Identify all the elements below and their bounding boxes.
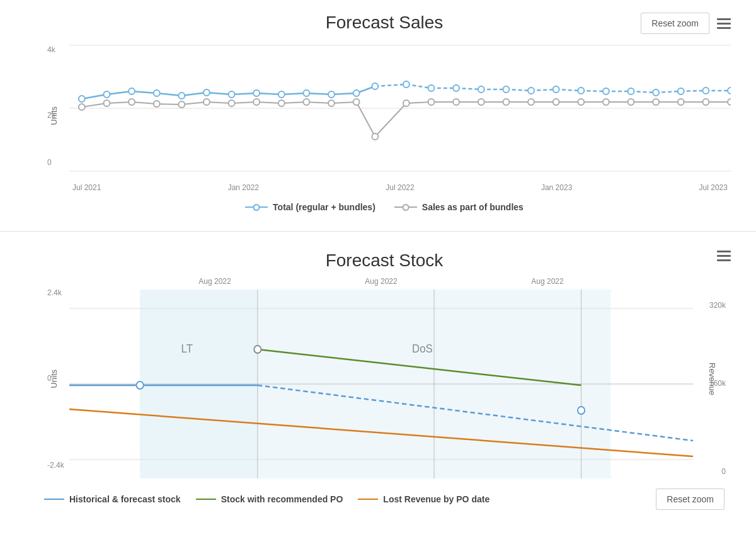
stock-chart-svg: LT DoS [69, 290, 693, 478]
legend-total: Total (regular + bundles) [245, 202, 375, 212]
svg-point-53 [653, 99, 659, 105]
stock-x-aug2022-1: Aug 2022 [198, 277, 231, 286]
legend-hist-stock: Historical & forecast stock [44, 494, 181, 504]
svg-point-15 [372, 83, 378, 89]
svg-point-50 [578, 99, 584, 105]
x-tick-jul2021: Jul 2021 [72, 183, 101, 192]
svg-point-26 [653, 89, 659, 96]
forecast-sales-title: Forecast Sales [38, 13, 731, 33]
x-tick-jul2023: Jul 2023 [699, 183, 728, 192]
svg-point-10 [253, 90, 260, 96]
svg-point-4 [103, 91, 110, 98]
svg-point-3 [79, 96, 85, 102]
svg-point-20 [503, 86, 509, 93]
svg-point-41 [353, 99, 360, 105]
svg-point-29 [728, 88, 731, 94]
sales-chart-svg [69, 39, 731, 184]
forecast-stock-chart-area: Units 2.4k 0 -2.4k Aug 2022 Aug 2022 Aug… [38, 277, 731, 481]
svg-point-52 [628, 99, 634, 105]
menu-icon-stock[interactable] [717, 251, 731, 261]
svg-point-54 [678, 99, 684, 105]
stock-y-tick-2400: 2.4k [47, 288, 62, 297]
svg-point-9 [229, 91, 235, 98]
x-tick-jul2022: Jul 2022 [386, 183, 414, 192]
svg-point-39 [303, 99, 309, 105]
svg-point-32 [129, 99, 135, 105]
reset-zoom-button-stock[interactable]: Reset zoom [656, 488, 724, 510]
stock-legend: Historical & forecast stock Stock with r… [44, 494, 490, 504]
svg-point-73 [254, 346, 261, 353]
forecast-stock-section: Forecast Stock Units 2.4k 0 -2.4k Aug 20… [0, 238, 756, 522]
svg-point-30 [79, 104, 85, 110]
y-tick-2k: 2k [47, 111, 55, 120]
svg-point-71 [136, 381, 143, 389]
svg-point-46 [478, 99, 484, 105]
svg-point-27 [678, 88, 684, 94]
svg-text:LT: LT [181, 342, 193, 355]
stock-y-tick-0: 0 [47, 374, 52, 383]
legend-lost-rev-label: Lost Revenue by PO date [383, 494, 490, 504]
svg-point-23 [578, 88, 584, 94]
svg-text:DoS: DoS [412, 342, 433, 355]
svg-point-38 [278, 100, 285, 106]
svg-point-44 [428, 99, 435, 105]
y-tick-0-sales: 0 [47, 158, 52, 167]
sales-legend: Total (regular + bundles) Sales as part … [38, 202, 731, 212]
svg-point-11 [278, 91, 285, 98]
svg-point-19 [478, 86, 484, 93]
legend-rec-po-label: Stock with recommended PO [221, 494, 343, 504]
stock-y-right-tick-160k: 160k [709, 379, 726, 388]
svg-point-42 [372, 133, 378, 140]
svg-point-48 [528, 99, 534, 105]
svg-point-55 [702, 99, 709, 105]
svg-point-47 [503, 99, 509, 105]
svg-point-14 [353, 90, 360, 96]
svg-point-45 [453, 99, 459, 105]
svg-point-34 [178, 101, 185, 108]
svg-point-24 [603, 88, 609, 94]
svg-point-6 [154, 90, 160, 96]
forecast-sales-chart-area: Units 4k 2k 0 [38, 39, 731, 192]
menu-icon-sales[interactable] [717, 18, 731, 29]
stock-x-aug2022-3: Aug 2022 [531, 277, 563, 286]
forecast-stock-title: Forecast Stock [38, 251, 731, 271]
legend-bundles: Sales as part of bundles [394, 202, 524, 212]
svg-point-8 [203, 89, 210, 96]
stock-legend-row: Historical & forecast stock Stock with r… [38, 488, 731, 510]
stock-y-right-tick-320k: 320k [709, 301, 726, 310]
legend-bundles-label: Sales as part of bundles [422, 202, 524, 212]
legend-total-label: Total (regular + bundles) [273, 202, 375, 212]
forecast-sales-controls: Reset zoom [641, 13, 731, 34]
svg-point-72 [578, 407, 585, 414]
svg-point-7 [178, 93, 185, 99]
svg-point-13 [328, 91, 335, 98]
svg-point-49 [553, 99, 559, 105]
svg-point-16 [403, 81, 410, 88]
x-tick-jan2022: Jan 2022 [228, 183, 259, 192]
svg-point-21 [528, 88, 534, 94]
svg-point-18 [453, 85, 459, 91]
svg-point-33 [154, 101, 160, 107]
svg-point-56 [728, 99, 731, 105]
forecast-stock-menu [717, 251, 731, 261]
reset-zoom-button-sales[interactable]: Reset zoom [641, 13, 709, 34]
svg-point-40 [328, 100, 335, 106]
legend-lost-rev: Lost Revenue by PO date [358, 494, 490, 504]
legend-rec-po: Stock with recommended PO [196, 494, 343, 504]
svg-point-36 [229, 100, 235, 106]
stock-y-tick-neg2400: -2.4k [47, 461, 64, 470]
forecast-sales-section: Forecast Sales Reset zoom Units 4k 2k 0 [0, 0, 756, 225]
svg-point-22 [553, 86, 559, 93]
svg-point-31 [103, 100, 110, 106]
legend-hist-stock-label: Historical & forecast stock [69, 494, 181, 504]
svg-point-35 [203, 99, 210, 105]
svg-point-12 [303, 90, 309, 96]
x-tick-jan2023: Jan 2023 [541, 183, 572, 192]
svg-point-37 [253, 99, 260, 105]
svg-point-28 [702, 88, 709, 94]
svg-point-43 [403, 100, 410, 106]
stock-y-right-tick-0: 0 [721, 467, 726, 476]
stock-x-aug2022-2: Aug 2022 [365, 277, 397, 286]
svg-point-17 [428, 85, 435, 91]
y-tick-4k: 4k [47, 45, 55, 54]
